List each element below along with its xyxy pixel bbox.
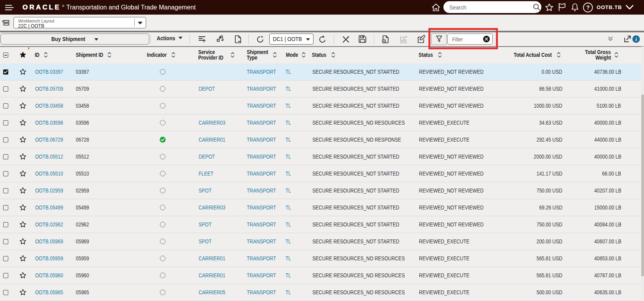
svg-text:i: i	[635, 36, 637, 42]
svg-text:?: ?	[586, 4, 590, 11]
